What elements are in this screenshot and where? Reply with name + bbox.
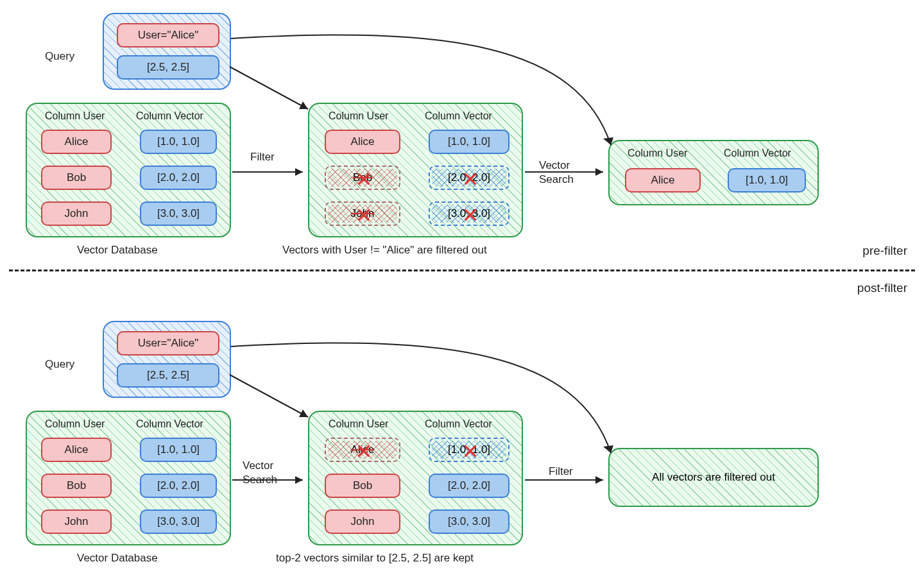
filtered-row-user-removed: John	[325, 201, 400, 226]
filtered-row-user: Alice	[325, 130, 400, 154]
svg-marker-1	[299, 101, 308, 109]
filtered-row-user-removed: Alice	[325, 438, 400, 462]
db-row-user: Alice	[41, 438, 112, 462]
db-row-user: Bob	[41, 474, 112, 498]
filter-label-top: Filter	[250, 151, 275, 164]
db-row-vec: [2.0, 2.0]	[140, 166, 217, 190]
filtered-box-post: Column User Column Vector Alice [1.0, 1.…	[308, 411, 523, 545]
query-box-top: User="Alice" [2.5, 2.5]	[103, 13, 231, 90]
filtered-row-vec-removed: [2.0, 2.0]	[429, 166, 509, 190]
post-filter-label: post-filter	[857, 281, 907, 295]
filtered-caption-pre: Vectors with User != "Alice" are filtere…	[282, 244, 487, 257]
db-row-user: Bob	[41, 166, 112, 190]
filtered-box-pre: Column User Column Vector Alice [1.0, 1.…	[308, 103, 523, 237]
svg-marker-5	[299, 409, 308, 417]
col-vector-head-5: Column Vector	[425, 418, 492, 430]
result-user: Alice	[625, 168, 701, 193]
col-user-head-2: Column User	[329, 110, 388, 122]
divider	[9, 270, 915, 271]
db-row-vec: [2.0, 2.0]	[140, 474, 217, 498]
pre-filter-label: pre-filter	[862, 244, 907, 258]
svg-marker-2	[595, 168, 603, 176]
svg-marker-4	[295, 476, 303, 484]
db-row-user: Alice	[41, 130, 112, 154]
filtered-caption-post: top-2 vectors similar to [2.5, 2.5] are …	[276, 552, 474, 565]
col-vector-head-1: Column Vector	[136, 110, 203, 122]
result-text-post: All vectors are filtered out	[652, 471, 775, 484]
result-box-post: All vectors are filtered out	[608, 448, 819, 507]
col-user-head-4: Column User	[45, 418, 105, 430]
filtered-row-vec: [1.0, 1.0]	[429, 130, 509, 154]
result-box-pre: Column User Column Vector Alice [1.0, 1.…	[608, 140, 819, 205]
col-vector-head-4: Column Vector	[136, 418, 203, 430]
query-vector-chip-bottom: [2.5, 2.5]	[117, 363, 219, 388]
db-row-vec: [3.0, 3.0]	[140, 201, 217, 226]
query-user-chip-top: User="Alice"	[117, 23, 219, 47]
col-user-head-5: Column User	[329, 418, 388, 430]
query-label-top: Query	[45, 50, 74, 63]
col-vector-head-2: Column Vector	[425, 110, 492, 122]
result-vec: [1.0, 1.0]	[728, 168, 806, 193]
vector-search-label-top-1: Vector	[539, 159, 570, 172]
vector-database-caption-bottom: Vector Database	[77, 552, 158, 565]
vector-database-caption-top: Vector Database	[77, 244, 158, 257]
col-vector-head-3: Column Vector	[724, 148, 791, 159]
filter-label-bottom: Filter	[549, 465, 573, 478]
svg-marker-0	[295, 168, 303, 176]
db-row-vec: [3.0, 3.0]	[140, 509, 217, 534]
filtered-row-vec-removed: [1.0, 1.0]	[429, 438, 509, 462]
query-box-bottom: User="Alice" [2.5, 2.5]	[103, 321, 231, 398]
db-row-user: John	[41, 509, 112, 534]
db-row-user: John	[41, 201, 112, 226]
db-row-vec: [1.0, 1.0]	[140, 438, 217, 462]
vector-search-label-top-2: Search	[539, 173, 574, 186]
vector-search-label-bot-2: Search	[243, 474, 277, 486]
filtered-row-vec: [3.0, 3.0]	[429, 509, 509, 534]
db-row-vec: [1.0, 1.0]	[140, 130, 217, 154]
filtered-row-user-removed: Bob	[325, 166, 400, 190]
query-label-bottom: Query	[45, 358, 74, 371]
query-user-chip-bottom: User="Alice"	[117, 331, 219, 355]
vector-database-box-bottom: Column User Column Vector Alice [1.0, 1.…	[26, 411, 231, 545]
filtered-row-user: Bob	[325, 474, 400, 498]
svg-marker-6	[595, 476, 603, 484]
filtered-row-user: John	[325, 509, 400, 534]
col-user-head-3: Column User	[628, 148, 687, 159]
query-vector-chip-top: [2.5, 2.5]	[117, 55, 219, 80]
filtered-row-vec: [2.0, 2.0]	[429, 474, 509, 498]
vector-search-label-bot-1: Vector	[243, 459, 273, 472]
col-user-head-1: Column User	[45, 110, 105, 122]
vector-database-box-top: Column User Column Vector Alice [1.0, 1.…	[26, 103, 231, 237]
filtered-row-vec-removed: [3.0, 3.0]	[429, 201, 509, 226]
